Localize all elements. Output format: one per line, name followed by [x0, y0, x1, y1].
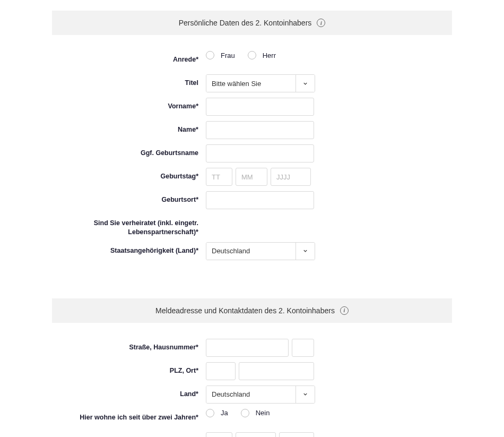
input-street[interactable]: [206, 339, 289, 357]
radio-residence-nein[interactable]: [241, 409, 249, 417]
label-title: Titel: [52, 74, 206, 88]
label-birthplace: Geburtsort*: [52, 191, 206, 204]
input-birth-day[interactable]: [206, 168, 232, 186]
section-header-personal: Persönliche Daten des 2. Kontoinhabers i: [52, 11, 452, 35]
input-phone-private-cc[interactable]: [206, 432, 232, 437]
input-phone-private-area[interactable]: [236, 432, 276, 437]
section-title-contact: Meldeadresse und Kontaktdaten des 2. Kon…: [155, 306, 335, 315]
select-nationality-value: Deutschland: [206, 243, 296, 260]
label-married: Sind Sie verheiratet (inkl. eingetr. Leb…: [52, 215, 206, 237]
label-birthday: Geburtstag*: [52, 168, 206, 181]
input-birth-year[interactable]: [271, 168, 311, 186]
input-zip[interactable]: [206, 362, 236, 380]
chevron-down-icon[interactable]: [296, 243, 315, 260]
radio-frau[interactable]: [206, 51, 214, 59]
label-nationality: Staatsangehörigkeit (Land)*: [52, 242, 206, 255]
select-nationality[interactable]: Deutschland: [206, 242, 315, 260]
input-lastname[interactable]: [206, 121, 314, 139]
input-city[interactable]: [239, 362, 314, 380]
label-birthname: Ggf. Geburtsname: [52, 144, 206, 158]
label-residence2y: Hier wohne ich seit über zwei Jahren*: [52, 409, 206, 422]
select-country[interactable]: Deutschland: [206, 385, 315, 404]
label-zipcity: PLZ, Ort*: [52, 362, 206, 375]
info-icon[interactable]: i: [340, 306, 349, 315]
input-housenumber[interactable]: [292, 339, 314, 357]
section-title-personal: Persönliche Daten des 2. Kontoinhabers: [179, 19, 312, 27]
radio-residence-ja[interactable]: [206, 409, 214, 417]
label-phone-private: Telefon, privat*: [52, 432, 206, 437]
chevron-down-icon[interactable]: [296, 386, 315, 403]
info-icon[interactable]: i: [317, 19, 325, 27]
radio-label-nein: Nein: [256, 409, 270, 417]
label-salutation: Anrede*: [52, 51, 206, 64]
section-header-contact: Meldeadresse und Kontaktdaten des 2. Kon…: [52, 298, 452, 323]
input-phone-private-num[interactable]: [279, 432, 314, 437]
input-birthplace[interactable]: [206, 191, 314, 209]
input-birthname[interactable]: [206, 144, 314, 162]
label-street: Straße, Hausnummer*: [52, 339, 206, 352]
input-firstname[interactable]: [206, 98, 314, 116]
radio-label-frau: Frau: [221, 52, 235, 59]
chevron-down-icon[interactable]: [296, 75, 315, 92]
radio-herr[interactable]: [248, 51, 256, 59]
radio-label-ja: Ja: [221, 409, 228, 417]
radio-label-herr: Herr: [263, 52, 276, 59]
input-birth-month[interactable]: [236, 168, 267, 186]
label-firstname: Vorname*: [52, 98, 206, 111]
label-lastname: Name*: [52, 121, 206, 134]
select-title[interactable]: Bitte wählen Sie: [206, 74, 315, 92]
select-title-value: Bitte wählen Sie: [206, 75, 296, 92]
select-country-value: Deutschland: [206, 386, 296, 403]
label-country: Land*: [52, 385, 206, 399]
